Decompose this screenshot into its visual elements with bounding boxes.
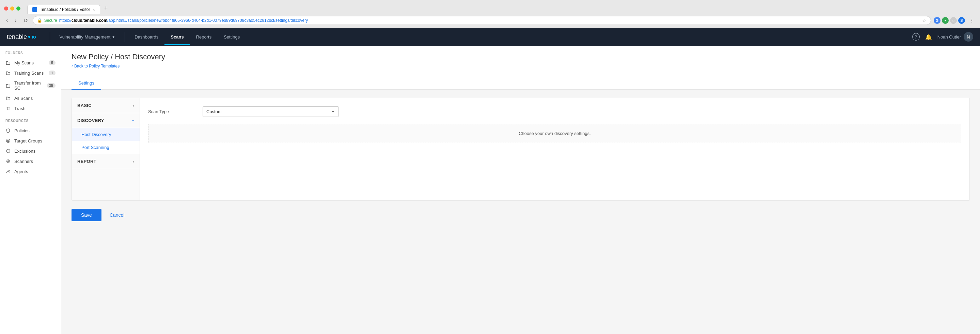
sidebar-label-transfer-sc: Transfer from SC [14,80,47,91]
refresh-button[interactable]: ↺ [21,17,30,24]
policy-nav-discovery[interactable]: DISCOVERY › [72,113,140,128]
address-bar-container: ‹ › ↺ 🔒 Secure https://cloud.tenable.com… [0,14,980,27]
ext-green[interactable]: ● [942,17,949,24]
sidebar-label-my-scans: My Scans [14,60,34,66]
back-button[interactable]: ‹ [4,17,10,24]
ext-blue[interactable]: S [958,17,965,24]
discovery-subnav: Host Discovery Port Scanning [72,128,140,154]
resources-section: RESOURCES Policies Target Groups Exclusi… [0,119,61,177]
exclusions-icon [5,148,11,154]
active-tab[interactable]: Tenable.io / Policies / Editor × [27,5,100,14]
info-message: Choose your own discovery settings. [519,131,591,136]
tab-bar: Tenable.io / Policies / Editor × + [27,3,111,14]
sidebar-item-trash[interactable]: Trash [0,103,61,113]
nav-scans[interactable]: Scans [164,29,190,45]
sidebar-item-my-scans[interactable]: My Scans 5 [0,58,61,68]
back-to-templates-link[interactable]: ‹ Back to Policy Templates [72,64,119,74]
policy-nav-report-label: REPORT [77,159,96,164]
maximize-window-button[interactable] [16,6,21,11]
ext-grey[interactable]: □ [950,17,957,24]
agents-icon [5,169,11,174]
nav-reports[interactable]: Reports [190,29,218,45]
app-header: tenable io Vulnerability Management ▼ Da… [0,28,980,46]
sidebar-badge-transfer: 35 [47,83,56,88]
main-content: New Policy / Host Discovery ‹ Back to Po… [61,46,980,334]
sidebar-item-training-scans[interactable]: Training Scans 1 [0,68,61,78]
folders-title: FOLDERS [0,51,61,58]
sidebar-label-agents: Agents [14,169,28,174]
sidebar-label-target-groups: Target Groups [14,138,42,144]
sidebar-badge-training: 1 [49,70,56,75]
bookmark-icon[interactable]: ☆ [922,18,926,23]
ext-google[interactable]: G [934,17,940,24]
policy-nav-basic[interactable]: BASIC › [72,98,140,113]
folder-icon-my-scans [5,60,11,66]
target-icon [5,138,11,144]
address-bar[interactable]: 🔒 Secure https://cloud.tenable.com/app.h… [33,16,931,25]
subnav-port-scanning[interactable]: Port Scanning [72,141,140,154]
policy-body: BASIC › DISCOVERY › Host Discovery Port … [61,89,980,229]
sidebar-item-transfer-sc[interactable]: Transfer from SC 35 [0,78,61,93]
browser-chrome: Tenable.io / Policies / Editor × + ‹ › ↺… [0,0,980,28]
tab-close-button[interactable]: × [92,8,95,11]
vulnerability-management-menu[interactable]: Vulnerability Management ▼ [54,29,122,45]
page-title: New Policy / Host Discovery [72,53,970,61]
logo: tenable io [7,34,36,40]
sidebar-item-scanners[interactable]: Scanners [0,156,61,166]
policy-nav: BASIC › DISCOVERY › Host Discovery Port … [72,98,140,200]
policy-nav-basic-label: BASIC [77,103,92,108]
nav-divider [50,32,50,42]
tab-title: Tenable.io / Policies / Editor [40,7,90,12]
discovery-info-box: Choose your own discovery settings. [148,124,961,143]
sidebar-item-agents[interactable]: Agents [0,166,61,177]
sidebar-label-trash: Trash [14,106,25,111]
user-menu[interactable]: Noah Cutler N [937,32,973,42]
logo-io: io [32,34,36,40]
nav-settings[interactable]: Settings [218,29,246,45]
new-tab-button[interactable]: + [101,3,111,14]
subnav-host-discovery[interactable]: Host Discovery [72,128,140,141]
form-actions: Save Cancel [72,209,970,221]
cancel-button[interactable]: Cancel [107,209,127,221]
sidebar-item-target-groups[interactable]: Target Groups [0,136,61,146]
resources-title: RESOURCES [0,119,61,125]
discovery-chevron-icon: › [131,120,136,121]
more-menu-button[interactable]: ⋮ [968,17,976,24]
notifications-button[interactable]: 🔔 [925,34,932,40]
close-window-button[interactable] [4,6,8,11]
nav-dashboards[interactable]: Dashboards [128,29,164,45]
sidebar-item-all-scans[interactable]: All Scans [0,93,61,103]
folder-icon-all-scans [5,96,11,101]
folders-section: FOLDERS My Scans 5 Training Scans 1 Tr [0,51,61,113]
policy-content-area: Scan Type Custom Default Quick Targeted [140,98,969,200]
scan-type-select[interactable]: Custom Default Quick Targeted [203,106,339,117]
tab-settings[interactable]: Settings [72,77,101,89]
help-button[interactable]: ? [912,33,920,40]
policy-nav-report[interactable]: REPORT › [72,154,140,169]
forward-button[interactable]: › [13,17,18,24]
secure-label: Secure [44,18,57,23]
back-link-text: Back to Policy Templates [74,64,119,69]
save-button[interactable]: Save [72,209,102,221]
sidebar-item-policies[interactable]: Policies [0,125,61,136]
logo-dot [28,36,30,38]
sidebar-label-exclusions: Exclusions [14,149,35,154]
policy-nav-discovery-label: DISCOVERY [77,118,104,123]
sidebar: FOLDERS My Scans 5 Training Scans 1 Tr [0,46,61,334]
browser-extensions: G ● □ S [934,17,965,24]
trash-icon [5,105,11,111]
sidebar-label-policies: Policies [14,128,30,133]
scan-type-row: Scan Type Custom Default Quick Targeted [148,106,961,117]
sidebar-item-exclusions[interactable]: Exclusions [0,146,61,156]
minimize-window-button[interactable] [10,6,14,11]
vuln-mgmt-chevron: ▼ [112,35,115,39]
scan-type-label: Scan Type [148,109,203,114]
user-initial: N [967,34,970,40]
content-header: New Policy / Host Discovery ‹ Back to Po… [61,46,980,89]
secure-icon: 🔒 [37,18,42,23]
tabs-bar: Settings [72,77,970,89]
back-chevron: ‹ [72,64,73,69]
vuln-mgmt-label: Vulnerability Management [60,34,111,40]
url-prefix: https:// [59,18,72,23]
sidebar-badge-my-scans: 5 [49,60,56,65]
